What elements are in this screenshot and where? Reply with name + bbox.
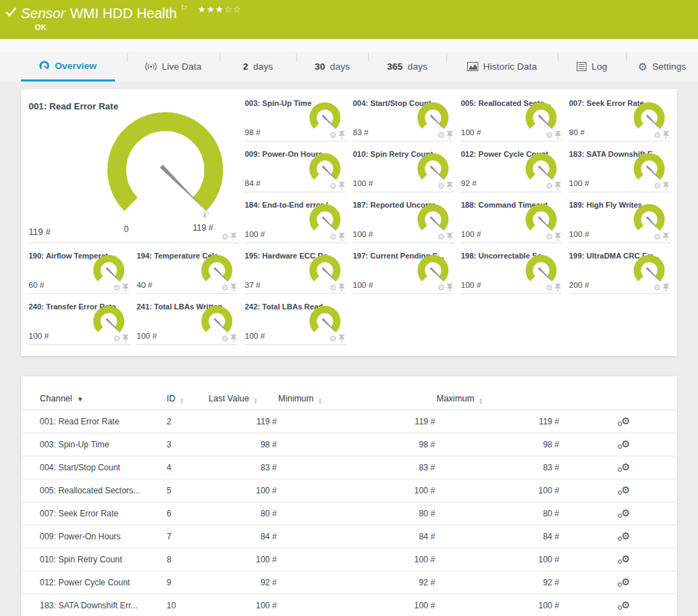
gauge-tile[interactable]: 199: UltraDMA CRC Err... 200 # ⚙ <box>569 250 670 294</box>
channel-settings-icon[interactable]: ⚙ <box>621 578 630 587</box>
gauge-settings-icon[interactable]: ⚙ <box>221 284 229 292</box>
gauge-settings-icon[interactable]: ⚙ <box>545 233 553 241</box>
gauge-tile[interactable]: 242: Total LBAs Read 100 # ⚙ <box>245 301 346 345</box>
column-header-minimum[interactable]: Minimum▲▼ <box>278 387 436 410</box>
gauge-settings-icon[interactable]: ⚙ <box>329 183 337 190</box>
pin-icon[interactable] <box>338 284 345 292</box>
gauge-value: 100 # <box>245 332 265 340</box>
gauge-tile[interactable]: 012: Power Cycle Count 92 # ⚙ <box>461 148 562 192</box>
gauge-settings-icon[interactable]: ⚙ <box>437 132 445 139</box>
pin-icon[interactable] <box>122 334 129 343</box>
pin-icon[interactable] <box>230 334 237 343</box>
gauge-tile[interactable]: 005: Reallocated Secto... 100 # ⚙ <box>461 98 562 141</box>
cell-maximum: 100 # <box>436 479 560 502</box>
tab-365-days[interactable]: 365 days <box>368 52 446 82</box>
cell-channel: 003: Spin-Up Time <box>21 433 166 456</box>
gauge-settings-icon[interactable]: ⚙ <box>113 284 121 292</box>
cell-minimum: 80 # <box>278 502 436 525</box>
cell-maximum: 83 # <box>436 456 560 479</box>
gauge-tile[interactable]: 003: Spin-Up Time 98 # ⚙ <box>245 98 346 141</box>
gauge-settings-icon[interactable]: ⚙ <box>437 183 445 190</box>
channel-settings-icon[interactable]: ⚙ <box>621 555 630 564</box>
gauge-settings-icon[interactable]: ⚙ <box>653 132 661 139</box>
channel-settings-icon[interactable]: ⚙ <box>621 601 630 610</box>
channel-settings-icon[interactable]: ⚙ <box>621 509 630 518</box>
column-header-last-value[interactable]: Last Value▲▼ <box>208 387 278 410</box>
flag-icon[interactable]: ⚐ <box>181 3 188 13</box>
pin-icon[interactable] <box>338 131 345 139</box>
tab-live-data[interactable]: Live Data <box>127 52 220 82</box>
channel-settings-icon[interactable]: ⚙ <box>621 440 630 449</box>
priority-stars[interactable]: ★★★☆☆ <box>198 4 242 15</box>
tab-overview[interactable]: Overview <box>21 52 115 82</box>
channel-settings-icon[interactable]: ⚙ <box>621 486 630 495</box>
pin-icon[interactable] <box>338 334 345 343</box>
gauge-settings-icon[interactable]: ⚙ <box>221 233 229 241</box>
column-header-channel[interactable]: Channel▼ <box>21 387 166 410</box>
pin-icon[interactable] <box>446 233 453 241</box>
gauge-tile[interactable]: 187: Reported Uncorre... 100 # ⚙ <box>353 199 454 243</box>
gauge-settings-icon[interactable]: ⚙ <box>329 284 337 292</box>
pin-icon[interactable] <box>446 182 453 190</box>
gauge-scale-max: 119 # <box>179 223 227 233</box>
gauge-settings-icon[interactable]: ⚙ <box>113 335 121 343</box>
channel-settings-icon[interactable]: ⚙ <box>621 463 630 472</box>
tab-30-days[interactable]: 30 days <box>296 52 368 82</box>
pin-icon[interactable] <box>554 233 561 241</box>
gauge-settings-icon[interactable]: ⚙ <box>221 335 229 343</box>
gauge-settings-icon[interactable]: ⚙ <box>545 132 553 139</box>
cell-maximum: 119 # <box>436 410 560 433</box>
gauge-settings-icon[interactable]: ⚙ <box>653 183 661 190</box>
gauge-tile[interactable]: 195: Hardware ECC Re... 37 # ⚙ <box>245 250 346 294</box>
tab-2-days[interactable]: 2 days <box>220 52 296 82</box>
pin-icon[interactable] <box>662 233 669 241</box>
gauge-tile[interactable]: 004: Start/Stop Count 83 # ⚙ <box>353 98 454 141</box>
gauge-tile[interactable]: 189: High Fly Writes 100 # ⚙ <box>569 199 670 243</box>
gauge-settings-icon[interactable]: ⚙ <box>329 233 337 241</box>
column-header-maximum[interactable]: Maximum▲▼ <box>436 387 560 410</box>
gauge-tile[interactable]: 197: Current Pending S... 100 # ⚙ <box>353 250 454 294</box>
gauge-settings-icon[interactable]: ⚙ <box>545 284 553 292</box>
gauge-settings-icon[interactable]: ⚙ <box>329 132 337 139</box>
gauge-tile[interactable]: 194: Temperature Cels... 40 # ⚙ <box>137 250 238 294</box>
gauge-tile[interactable]: 009: Power-On Hours 84 # ⚙ <box>245 148 346 192</box>
gauge-tile[interactable]: 184: End-to-End error /... 100 # ⚙ <box>245 199 346 243</box>
channel-settings-icon[interactable]: ⚙ <box>621 532 630 541</box>
gauge-tile[interactable]: 183: SATA Downshift E... 100 # ⚙ <box>569 148 670 192</box>
gauge-tile[interactable]: 188: Command Timeout 100 # ⚙ <box>461 199 562 243</box>
tab-log[interactable]: Log <box>558 52 626 82</box>
gauge-settings-icon[interactable]: ⚙ <box>437 284 445 292</box>
gauge-settings-icon[interactable]: ⚙ <box>437 233 445 241</box>
pin-icon[interactable] <box>554 182 561 190</box>
pin-icon[interactable] <box>122 284 129 292</box>
pin-icon[interactable] <box>338 233 345 241</box>
gauge-settings-icon[interactable]: ⚙ <box>545 183 553 190</box>
pin-icon[interactable] <box>446 131 453 139</box>
gauge-settings-icon[interactable]: ⚙ <box>329 335 337 343</box>
gauge-settings-icon[interactable]: ⚙ <box>653 284 661 292</box>
tab-historic-data[interactable]: Historic Data <box>446 52 558 82</box>
gauge-tile[interactable]: 007: Seek Error Rate 80 # ⚙ <box>569 98 670 141</box>
pin-icon[interactable] <box>338 182 345 190</box>
pin-icon[interactable] <box>554 131 561 139</box>
pin-icon[interactable] <box>230 233 237 241</box>
column-header-id[interactable]: ID▲▼ <box>166 387 208 410</box>
gauge-settings-icon[interactable]: ⚙ <box>653 233 661 241</box>
gauge-tile-primary[interactable]: 001: Read Error Rate 0 119 # x̄ 119 # ⚙ <box>29 98 238 243</box>
gauge-tile[interactable]: 240: Transfer Error Rate 100 # ⚙ <box>29 301 130 345</box>
pin-icon[interactable] <box>230 284 237 292</box>
tab-settings[interactable]: ⚙ Settings <box>626 52 698 82</box>
gauge-value: 60 # <box>29 281 44 289</box>
cell-minimum: 100 # <box>278 594 436 616</box>
gauge-tile[interactable]: 010: Spin Retry Count 100 # ⚙ <box>353 148 454 192</box>
cell-id: 6 <box>166 502 208 525</box>
pin-icon[interactable] <box>662 182 669 190</box>
gauge-tile[interactable]: 190: Airflow Temperat... 60 # ⚙ <box>29 250 130 294</box>
pin-icon[interactable] <box>662 284 669 292</box>
pin-icon[interactable] <box>554 284 561 292</box>
pin-icon[interactable] <box>662 131 669 139</box>
pin-icon[interactable] <box>446 284 453 292</box>
channel-settings-icon[interactable]: ⚙ <box>621 417 630 426</box>
gauge-tile[interactable]: 198: Uncorrectable Se... 100 # ⚙ <box>461 250 562 294</box>
gauge-tile[interactable]: 241: Total LBAs Written 100 # ⚙ <box>137 301 238 345</box>
